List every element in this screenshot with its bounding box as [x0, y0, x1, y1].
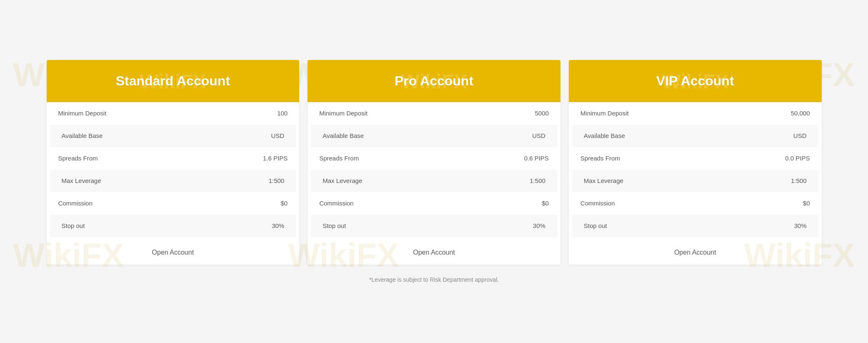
pro-open-account-row: Open Account	[308, 237, 560, 265]
pro-commission-value: $0	[542, 200, 549, 207]
standard-row-min-deposit: Minimum Deposit 100	[47, 102, 300, 125]
pro-available-base-value: USD	[532, 132, 545, 139]
standard-account-card: WikiFX Standard Account Minimum Deposit …	[47, 60, 300, 265]
vip-row-leverage: Max Leverage 1:500	[572, 170, 818, 192]
standard-leverage-value: 1:500	[269, 177, 285, 184]
standard-row-stop-out: Stop out 30%	[50, 215, 296, 237]
vip-leverage-label: Max Leverage	[584, 177, 623, 184]
vip-spreads-label: Spreads From	[580, 155, 620, 162]
vip-row-spreads: Spreads From 0.0 PIPS	[569, 147, 822, 170]
standard-commission-label: Commission	[58, 200, 93, 207]
pro-leverage-label: Max Leverage	[323, 177, 362, 184]
standard-stop-out-label: Stop out	[62, 222, 85, 229]
standard-row-spreads: Spreads From 1.6 PIPS	[47, 147, 300, 170]
vip-spreads-value: 0.0 PIPS	[785, 155, 810, 162]
standard-available-base-value: USD	[271, 132, 285, 139]
vip-row-available-base: Available Base USD	[572, 125, 818, 147]
pro-spreads-value: 0.6 PIPS	[524, 155, 549, 162]
vip-account-title: VIP Account	[579, 73, 812, 89]
pro-card-body: Minimum Deposit 5000 Available Base USD …	[308, 102, 560, 265]
standard-leverage-label: Max Leverage	[62, 177, 101, 184]
pro-account-title: Pro Account	[318, 73, 550, 89]
pro-row-leverage: Max Leverage 1:500	[311, 170, 557, 192]
pro-card-header: WikiFX Pro Account	[308, 60, 560, 102]
vip-commission-label: Commission	[580, 200, 615, 207]
vip-stop-out-label: Stop out	[584, 222, 607, 229]
standard-available-base-label: Available Base	[62, 132, 103, 139]
vip-leverage-value: 1:500	[791, 177, 807, 184]
standard-row-commission: Commission $0	[47, 192, 300, 215]
footnote: *Leverage is subject to Risk Department …	[47, 276, 822, 283]
standard-spreads-label: Spreads From	[58, 155, 98, 162]
standard-card-header: WikiFX Standard Account	[47, 60, 300, 102]
standard-spreads-value: 1.6 PIPS	[263, 155, 288, 162]
standard-row-available-base: Available Base USD	[50, 125, 296, 147]
vip-row-min-deposit: Minimum Deposit 50,000	[569, 102, 822, 125]
standard-min-deposit-value: 100	[277, 110, 288, 117]
pro-open-account-link[interactable]: Open Account	[413, 249, 455, 256]
vip-card-body: Minimum Deposit 50,000 Available Base US…	[569, 102, 822, 265]
main-container: WikiFX WikiFX WikiFX WikiFX WikiFX WikiF…	[38, 43, 830, 300]
vip-row-commission: Commission $0	[569, 192, 822, 215]
cards-row: WikiFX Standard Account Minimum Deposit …	[47, 60, 822, 265]
vip-account-card: WikiFX VIP Account Minimum Deposit 50,00…	[569, 60, 822, 265]
vip-commission-value: $0	[803, 200, 810, 207]
pro-leverage-value: 1:500	[530, 177, 545, 184]
vip-min-deposit-label: Minimum Deposit	[580, 110, 629, 117]
pro-row-min-deposit: Minimum Deposit 5000	[308, 102, 560, 125]
standard-min-deposit-label: Minimum Deposit	[58, 110, 107, 117]
standard-card-body: Minimum Deposit 100 Available Base USD S…	[47, 102, 300, 265]
standard-row-leverage: Max Leverage 1:500	[50, 170, 296, 192]
pro-row-commission: Commission $0	[308, 192, 560, 215]
standard-commission-value: $0	[280, 200, 288, 207]
standard-open-account-link[interactable]: Open Account	[152, 249, 194, 256]
pro-min-deposit-label: Minimum Deposit	[319, 110, 368, 117]
pro-spreads-label: Spreads From	[319, 155, 359, 162]
pro-row-stop-out: Stop out 30%	[311, 215, 557, 237]
standard-open-account-row: Open Account	[47, 237, 300, 265]
pro-stop-out-label: Stop out	[323, 222, 346, 229]
pro-commission-label: Commission	[319, 200, 354, 207]
vip-row-stop-out: Stop out 30%	[572, 215, 818, 237]
vip-open-account-row: Open Account	[569, 237, 822, 265]
standard-stop-out-value: 30%	[272, 222, 284, 229]
pro-available-base-label: Available Base	[323, 132, 364, 139]
vip-available-base-value: USD	[793, 132, 807, 139]
pro-row-spreads: Spreads From 0.6 PIPS	[308, 147, 560, 170]
pro-account-card: WikiFX Pro Account Minimum Deposit 5000 …	[308, 60, 560, 265]
pro-stop-out-value: 30%	[533, 222, 545, 229]
vip-available-base-label: Available Base	[584, 132, 625, 139]
vip-open-account-link[interactable]: Open Account	[674, 249, 716, 256]
vip-min-deposit-value: 50,000	[791, 110, 810, 117]
vip-stop-out-value: 30%	[794, 222, 806, 229]
standard-account-title: Standard Account	[57, 73, 290, 89]
pro-min-deposit-value: 5000	[535, 110, 548, 117]
vip-card-header: WikiFX VIP Account	[569, 60, 822, 102]
pro-row-available-base: Available Base USD	[311, 125, 557, 147]
